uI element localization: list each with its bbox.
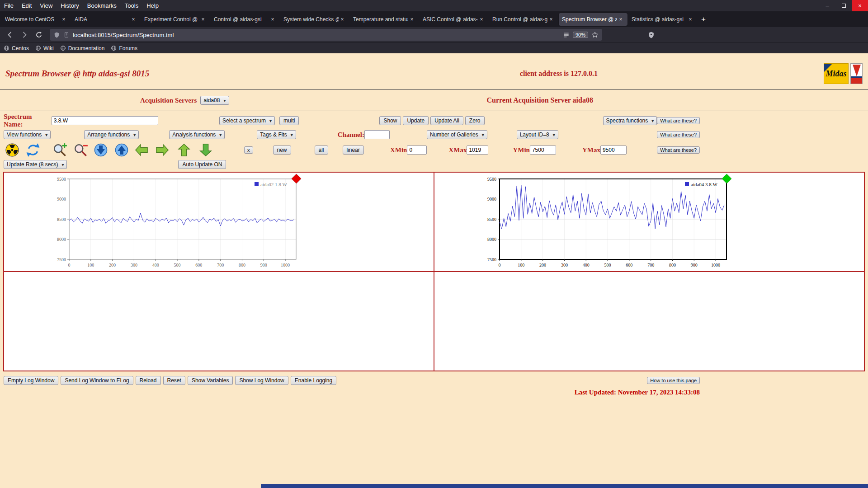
show-variables-button[interactable]: Show Variables xyxy=(188,376,233,385)
radiation-button[interactable] xyxy=(4,142,21,158)
what-are-these-button[interactable]: What are these? xyxy=(657,131,700,138)
tab-control[interactable]: Control @ aidas-gsi× xyxy=(211,13,279,26)
spectrum-cell-aida02[interactable]: 0100200300400500600700800900100075008000… xyxy=(4,172,434,272)
reset-button[interactable]: Reset xyxy=(163,376,185,385)
linear-button[interactable]: linear xyxy=(343,145,364,155)
window-close-button[interactable]: × xyxy=(852,0,868,11)
menu-file[interactable]: File xyxy=(0,0,18,11)
back-button[interactable] xyxy=(4,29,16,41)
page-icon[interactable] xyxy=(63,32,70,38)
refresh-button[interactable] xyxy=(24,142,42,158)
page-down-button[interactable] xyxy=(92,142,109,158)
toolbar-shield-icon[interactable] xyxy=(647,31,655,39)
menu-history[interactable]: History xyxy=(57,0,83,11)
update-all-button[interactable]: Update All xyxy=(430,116,463,125)
tab-welcome-centos[interactable]: Welcome to CentOS× xyxy=(2,13,71,26)
xmax-input[interactable] xyxy=(467,145,488,155)
spectrum-cell-aida04[interactable]: 0100200300400500600700800900100075008000… xyxy=(434,172,864,272)
url-bar[interactable]: localhost:8015/Spectrum/Spectrum.tml 90% xyxy=(50,29,602,41)
bookmark-documentation[interactable]: Documentation xyxy=(60,45,105,52)
tab-close-icon[interactable]: × xyxy=(408,16,415,23)
menu-view[interactable]: View xyxy=(36,0,57,11)
send-log-to-elog-button[interactable]: Send Log Window to ELog xyxy=(61,376,133,385)
shield-icon[interactable] xyxy=(53,32,60,38)
tab-asic-control[interactable]: ASIC Control @ aidas-g× xyxy=(420,13,488,26)
layout-id-select[interactable]: Layout ID=8▾ xyxy=(517,130,558,139)
empty-log-window-button[interactable]: Empty Log Window xyxy=(4,376,58,385)
tab-spectrum-browser[interactable]: Spectrum Browser @ a× xyxy=(559,13,627,26)
tab-close-icon[interactable]: × xyxy=(60,16,67,23)
tab-experiment-control[interactable]: Experiment Control @ a× xyxy=(141,13,210,26)
ymin-input[interactable] xyxy=(530,145,556,155)
move-up-button[interactable] xyxy=(175,142,193,158)
tab-aida[interactable]: AIDA× xyxy=(71,13,140,26)
ymax-input[interactable] xyxy=(600,145,627,155)
what-are-these-button[interactable]: What are these? xyxy=(657,146,700,154)
tab-close-icon[interactable]: × xyxy=(617,16,624,23)
multi-button[interactable]: multi xyxy=(279,116,299,125)
tags-fits-select[interactable]: Tags & Fits▾ xyxy=(257,130,296,139)
bookmark-wiki[interactable]: Wiki xyxy=(35,45,54,52)
star-icon[interactable] xyxy=(591,31,599,38)
menu-edit[interactable]: Edit xyxy=(18,0,36,11)
tab-statistics[interactable]: Statistics @ aidas-gsi× xyxy=(628,13,697,26)
menu-tools[interactable]: Tools xyxy=(121,0,142,11)
window-minimize-button[interactable]: – xyxy=(819,0,835,11)
new-tab-button[interactable]: + xyxy=(698,14,709,25)
move-left-button[interactable] xyxy=(133,142,150,158)
tab-close-icon[interactable]: × xyxy=(199,16,207,23)
channel-input[interactable] xyxy=(364,130,390,139)
spectrum-cell-empty-2[interactable] xyxy=(434,272,864,371)
window-maximize-button[interactable] xyxy=(835,0,852,11)
x-axis-button[interactable]: x xyxy=(244,146,253,154)
zoom-level-badge[interactable]: 90% xyxy=(573,32,588,38)
zero-button[interactable]: Zero xyxy=(465,116,485,125)
show-log-window-button[interactable]: Show Log Window xyxy=(235,376,288,385)
svg-text:9000: 9000 xyxy=(487,197,496,202)
move-down-button[interactable] xyxy=(197,142,214,158)
tab-close-icon[interactable]: × xyxy=(269,16,276,23)
tab-close-icon[interactable]: × xyxy=(130,16,137,23)
new-button[interactable]: new xyxy=(273,145,291,155)
acquisition-server-select[interactable]: aida08▾ xyxy=(200,96,229,105)
menu-bookmarks[interactable]: Bookmarks xyxy=(83,0,121,11)
move-right-button[interactable] xyxy=(154,142,171,158)
how-to-use-button[interactable]: How to use this page xyxy=(647,377,700,384)
svg-text:800: 800 xyxy=(669,263,676,267)
page-up-button[interactable] xyxy=(113,142,130,158)
tab-close-icon[interactable]: × xyxy=(687,16,694,23)
all-button[interactable]: all xyxy=(315,145,328,155)
show-button[interactable]: Show xyxy=(379,116,401,125)
forward-button[interactable] xyxy=(18,29,31,41)
tab-close-icon[interactable]: × xyxy=(339,16,346,23)
reader-mode-icon[interactable] xyxy=(563,32,570,38)
view-functions-select[interactable]: View functions▾ xyxy=(4,130,51,139)
spectra-functions-select[interactable]: Spectra functions▾ xyxy=(603,116,657,125)
acquisition-row: Acquisition Servers aida08▾ Current Acqu… xyxy=(0,91,868,110)
menu-help[interactable]: Help xyxy=(142,0,163,11)
tab-system-checks[interactable]: System wide Checks @× xyxy=(280,13,349,26)
tab-run-control[interactable]: Run Control @ aidas-gsi× xyxy=(489,13,558,26)
tab-close-icon[interactable]: × xyxy=(478,16,485,23)
auto-update-button[interactable]: Auto Update ON xyxy=(178,160,226,169)
bookmark-centos[interactable]: Centos xyxy=(4,45,29,52)
url-text[interactable]: localhost:8015/Spectrum/Spectrum.tml xyxy=(73,32,560,38)
zoom-in-button[interactable] xyxy=(52,142,69,158)
xmin-input[interactable] xyxy=(407,145,427,155)
number-of-galleries-select[interactable]: Number of Galleries▾ xyxy=(427,130,487,139)
reload-page-button[interactable]: Reload xyxy=(136,376,161,385)
zoom-out-button[interactable] xyxy=(72,142,90,158)
arrange-functions-select[interactable]: Arrange functions▾ xyxy=(84,130,139,139)
update-rate-select[interactable]: Update Rate (8 secs)▾ xyxy=(4,160,67,169)
select-spectrum-dropdown[interactable]: Select a spectrum▾ xyxy=(219,116,275,125)
reload-button[interactable] xyxy=(33,29,45,41)
update-button[interactable]: Update xyxy=(403,116,429,125)
spectrum-cell-empty-1[interactable] xyxy=(4,272,434,371)
analysis-functions-select[interactable]: Analysis functions▾ xyxy=(169,130,225,139)
bookmark-forums[interactable]: Forums xyxy=(111,45,137,52)
tab-close-icon[interactable]: × xyxy=(547,16,555,23)
spectrum-name-input[interactable] xyxy=(52,116,158,125)
enable-logging-button[interactable]: Enable Logging xyxy=(291,376,336,385)
tab-temperature[interactable]: Temperature and status× xyxy=(350,13,419,26)
what-are-these-button[interactable]: What are these? xyxy=(657,117,700,124)
